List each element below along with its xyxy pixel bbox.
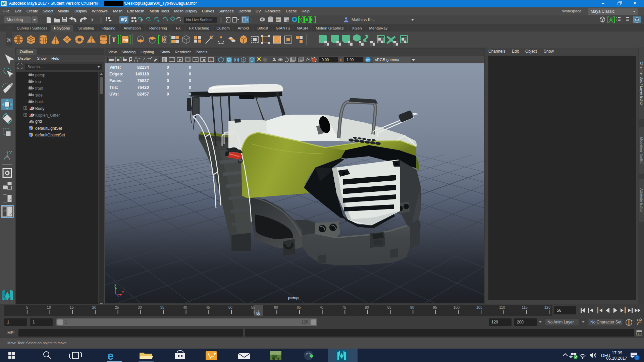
- svg-text:T: T: [112, 36, 116, 44]
- svg-text:0: 0: [167, 78, 169, 83]
- svg-text:front: front: [35, 86, 44, 91]
- svg-text:1.00: 1.00: [346, 58, 354, 62]
- svg-text:top: top: [35, 79, 41, 84]
- svg-text:105: 105: [476, 305, 482, 309]
- svg-text:{;}: {;}: [638, 332, 642, 335]
- svg-text:Kopien_Gitter: Kopien_Gitter: [35, 113, 60, 118]
- svg-text:Tris:: Tris:: [109, 85, 118, 90]
- svg-text:0.00: 0.00: [322, 58, 329, 62]
- svg-text:0: 0: [189, 85, 191, 90]
- svg-text:75: 75: [342, 305, 346, 309]
- svg-text:90: 90: [410, 305, 414, 309]
- svg-text:56: 56: [256, 311, 260, 315]
- svg-text:20: 20: [92, 305, 96, 309]
- svg-text:T: T: [209, 58, 211, 62]
- svg-text:95: 95: [433, 305, 437, 309]
- svg-text:persp: persp: [288, 296, 299, 300]
- svg-text:17:39: 17:39: [612, 351, 622, 355]
- svg-text:e: e: [107, 349, 114, 362]
- svg-text:60: 60: [274, 305, 278, 309]
- svg-text:defaultObjectSet: defaultObjectSet: [35, 133, 65, 137]
- svg-text:149118: 149118: [135, 72, 149, 76]
- svg-text:75837: 75837: [137, 78, 149, 83]
- svg-text:35: 35: [160, 305, 164, 309]
- svg-text:115: 115: [522, 305, 528, 309]
- svg-text:Faces:: Faces:: [109, 78, 123, 83]
- svg-text:sRGB gamma: sRGB gamma: [375, 58, 399, 62]
- svg-text:0: 0: [189, 65, 191, 70]
- svg-text:70: 70: [319, 305, 323, 309]
- svg-text:ON: ON: [366, 59, 370, 61]
- svg-text:persp: persp: [35, 73, 45, 77]
- svg-text:0: 0: [167, 72, 169, 76]
- svg-text:10: 10: [47, 305, 51, 309]
- svg-text:Body: Body: [35, 106, 44, 111]
- svg-text:65: 65: [297, 305, 301, 309]
- svg-text:0: 0: [189, 72, 191, 76]
- svg-text:82457: 82457: [137, 92, 149, 97]
- svg-text:0: 0: [167, 65, 169, 70]
- svg-text:45: 45: [206, 305, 210, 309]
- svg-text:defaultLightSet: defaultLightSet: [35, 126, 62, 131]
- svg-text:5: 5: [26, 305, 28, 309]
- svg-text:80: 80: [365, 305, 369, 309]
- svg-text:y: y: [114, 283, 116, 287]
- svg-text:85: 85: [387, 305, 391, 309]
- svg-text:110: 110: [499, 305, 505, 309]
- svg-text:UVs:: UVs:: [109, 92, 119, 97]
- svg-text:50: 50: [228, 305, 232, 309]
- svg-text:15: 15: [70, 305, 74, 309]
- svg-text:0: 0: [167, 85, 169, 90]
- svg-text:0: 0: [189, 92, 191, 97]
- svg-text:IPR: IPR: [276, 19, 280, 21]
- svg-text:side: side: [35, 93, 43, 98]
- svg-text:25: 25: [115, 305, 119, 309]
- svg-text:Verts:: Verts:: [109, 65, 121, 70]
- svg-text:Edges:: Edges:: [109, 72, 123, 76]
- svg-text:1: 1: [636, 356, 638, 360]
- svg-text:back: back: [35, 100, 44, 104]
- svg-text:30: 30: [138, 305, 142, 309]
- svg-text:100: 100: [453, 305, 460, 309]
- svg-text:120: 120: [544, 305, 550, 309]
- svg-text:55: 55: [251, 305, 255, 309]
- svg-text:76420: 76420: [137, 85, 149, 90]
- svg-text:grid: grid: [35, 119, 42, 124]
- svg-text:0: 0: [167, 92, 169, 97]
- svg-text:0: 0: [189, 78, 191, 83]
- svg-text:x: x: [122, 290, 124, 294]
- svg-text:40: 40: [183, 305, 187, 309]
- svg-text:82234: 82234: [137, 65, 149, 70]
- svg-text:06.10.2017: 06.10.2017: [606, 356, 627, 361]
- svg-text:svg: svg: [123, 38, 128, 42]
